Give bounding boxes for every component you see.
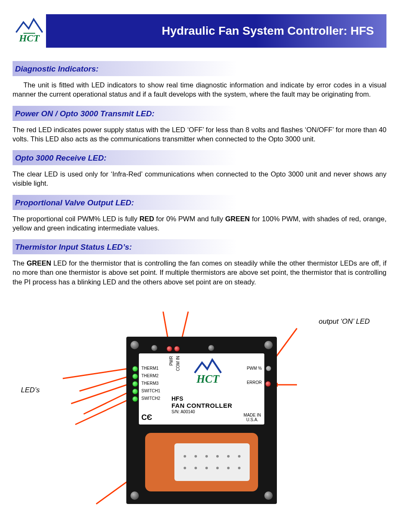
svg-line-7 [63,368,132,379]
connector [145,433,258,491]
label-error: ERROR [247,380,262,385]
panel-made-in: MADE IN U.S.A. [243,413,261,422]
led-therm1 [132,366,138,372]
section-body: The red LED indicates power supply statu… [13,125,386,144]
label-com-in: COM IN [176,356,180,371]
logo-icon: HCT [15,16,44,46]
device-figure: output ‘ON’ LED LED’s [13,312,386,521]
section-heading: Power ON / Opto 3000 Transmit LED: [13,106,386,121]
callout-output-led: output ‘ON’ LED [319,317,370,326]
device-photo: THERM1THERM2THERM3SWITCH1SWITCH2 PWR COM… [126,337,277,504]
led-error [265,381,271,387]
svg-line-8 [79,376,132,391]
device-label-panel: THERM1THERM2THERM3SWITCH1SWITCH2 PWR COM… [139,353,264,425]
heading-text: Opto 3000 Receive LED: [15,153,384,163]
heading-text: Power ON / Opto 3000 Transmit LED: [15,109,384,118]
logo: HCT [13,14,46,48]
led-switch2 [132,396,138,402]
svg-line-11 [75,398,132,425]
led-pwm [266,366,271,371]
led-therm2 [132,373,138,379]
panel-row-label: THERM3 [141,381,159,386]
panel-row-label: THERM1 [141,366,159,371]
panel-row-label: SWITCH2 [141,396,160,401]
label-pwm-pct: PWM % [247,366,262,371]
heading-text: Proportional Valve Output LED: [15,198,384,207]
section-heading: Proportional Valve Output LED: [13,195,386,210]
heading-text: Thermistor Input Status LED’s: [15,243,384,252]
heading-text: Diagnostic Indicators: [15,64,384,74]
panel-sn: S/N: A00140 [171,409,195,414]
section-heading: Thermistor Input Status LED’s: [13,239,386,254]
svg-line-10 [84,391,132,414]
section-heading: Diagnostic Indicators: [13,61,386,76]
svg-text:HCT: HCT [196,373,220,385]
panel-logo-icon: HCT [193,357,223,386]
led-therm3 [132,381,138,387]
panel-row-label: THERM2 [141,373,159,378]
led-com-in [174,346,180,352]
led-switch1 [132,389,138,394]
section-heading: Opto 3000 Receive LED: [13,150,386,165]
panel-fan-controller: FAN CONTROLLER [171,402,232,409]
panel-hfs: HFS [171,395,183,402]
section-body: The GREEN LED for the thermistor that is… [13,258,386,286]
svg-text:HCT: HCT [19,33,40,43]
svg-line-9 [71,383,132,404]
page-title: Hydraulic Fan System Controller: HFS [162,24,374,38]
section-body: The unit is fitted with LED indicators t… [13,80,386,99]
label-pwr: PWR [169,356,174,366]
section-body: The clear LED is used only for ‘Infra-Re… [13,169,386,188]
led-pwr [166,346,172,352]
section-body: The proportional coil PWM% LED is fully … [13,214,386,233]
ce-mark: CЄ [141,413,152,422]
panel-row-label: SWITCH1 [141,389,160,393]
callout-leds: LED’s [21,386,40,394]
header-bar: HCT Hydraulic Fan System Controller: HFS [13,14,386,48]
